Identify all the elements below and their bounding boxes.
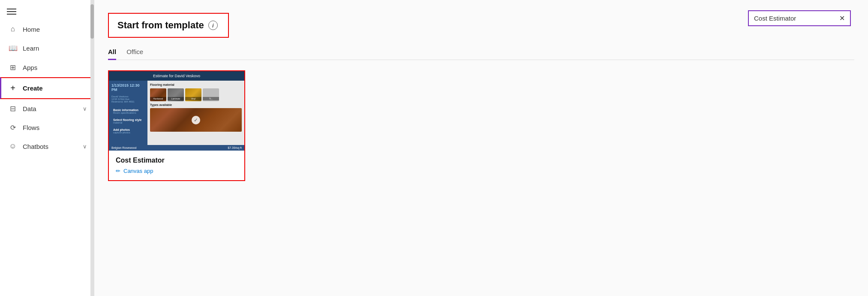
tab-all[interactable]: All xyxy=(108,48,116,60)
mockup-sidebar: 1/13/2015 12:30 PM David Veskovo1234 123… xyxy=(109,81,147,145)
checkmark-icon: ✓ xyxy=(192,116,200,124)
sidebar-item-apps[interactable]: ⊞ Apps xyxy=(0,58,94,77)
flooring-tiles: Hardwood Laminate Vinyl Ti... xyxy=(150,88,242,101)
card-title: Cost Estimator xyxy=(116,157,237,164)
card-body: Cost Estimator ✏ Canvas app xyxy=(109,151,244,180)
main-content: ✕ Start from template i All Office Estim… xyxy=(94,0,868,296)
mockup-sidebar-flooring: Select flooring style material xyxy=(111,117,145,125)
data-chevron-icon: ∨ xyxy=(83,106,87,112)
sidebar-item-flows-label: Flows xyxy=(23,124,39,131)
card-image-cost-estimator: Estimate for David Veskovo 1/13/2015 12:… xyxy=(109,71,244,151)
info-icon-label: i xyxy=(212,22,214,29)
chatbots-chevron-icon: ∨ xyxy=(83,143,87,150)
flows-icon: ⟳ xyxy=(8,124,18,132)
chatbots-icon: ☺ xyxy=(8,142,18,151)
apps-icon: ⊞ xyxy=(8,63,18,72)
mockup-date: 1/13/2015 12:30 PM xyxy=(111,83,145,92)
section-title: Start from template xyxy=(117,20,204,31)
sidebar-item-chatbots[interactable]: ☺ Chatbots ∨ xyxy=(0,137,94,156)
card-type: Canvas app xyxy=(123,168,153,174)
home-icon: ⌂ xyxy=(8,25,18,33)
search-input[interactable] xyxy=(754,15,836,22)
mockup-floor-large: ✓ xyxy=(150,108,242,132)
sidebar-item-create[interactable]: + Create xyxy=(0,77,94,99)
tab-office[interactable]: Office xyxy=(126,48,143,60)
mockup-body: 1/13/2015 12:30 PM David Veskovo1234 123… xyxy=(109,81,244,145)
sidebar-item-home[interactable]: ⌂ Home xyxy=(0,20,94,39)
sidebar-item-data[interactable]: ⊟ Data ∨ xyxy=(0,99,94,118)
tile-laminate: Laminate xyxy=(168,88,184,101)
tile-vinyl: Vinyl xyxy=(185,88,201,101)
mockup-sidebar-photos: Add photos capture photos xyxy=(111,127,145,135)
search-box-container: ✕ xyxy=(748,10,851,26)
sidebar-item-learn[interactable]: 📖 Learn xyxy=(0,39,94,58)
sidebar-item-flows[interactable]: ⟳ Flows xyxy=(0,118,94,137)
hamburger-menu[interactable] xyxy=(0,0,94,20)
tile-hardwood: Hardwood xyxy=(150,88,166,101)
learn-icon: 📖 xyxy=(8,44,18,53)
cards-grid: Estimate for David Veskovo 1/13/2015 12:… xyxy=(108,70,854,181)
create-icon: + xyxy=(8,83,18,93)
mockup-content: Flooring material Hardwood Laminate Viny… xyxy=(147,81,244,145)
sidebar: ⌂ Home 📖 Learn ⊞ Apps + Create ⊟ Data ∨ … xyxy=(0,0,94,296)
sidebar-item-learn-label: Learn xyxy=(23,45,39,52)
search-clear-button[interactable]: ✕ xyxy=(839,15,845,22)
sidebar-item-apps-label: Apps xyxy=(23,64,37,71)
sidebar-item-home-label: Home xyxy=(23,26,40,33)
tile-extra: Ti... xyxy=(203,88,219,101)
card-meta: ✏ Canvas app xyxy=(116,168,237,174)
mockup-header: Estimate for David Veskovo xyxy=(109,71,244,81)
sidebar-item-chatbots-label: Chatbots xyxy=(23,143,48,150)
mockup-sidebar-basic: Basic information Room specifications xyxy=(111,107,145,115)
tabs-bar: All Office xyxy=(108,48,854,60)
info-icon[interactable]: i xyxy=(208,21,218,30)
pencil-icon: ✏ xyxy=(116,168,120,174)
sidebar-item-create-label: Create xyxy=(23,85,43,92)
data-icon: ⊟ xyxy=(8,104,18,113)
app-mockup: Estimate for David Veskovo 1/13/2015 12:… xyxy=(109,71,244,151)
sidebar-scrollthumb[interactable] xyxy=(90,4,94,39)
mockup-address: David Veskovo1234 123rd AveRedmond, WA 4… xyxy=(111,95,145,103)
sidebar-scrollbar[interactable] xyxy=(90,0,94,296)
search-box: ✕ xyxy=(748,10,851,26)
template-card-cost-estimator[interactable]: Estimate for David Veskovo 1/13/2015 12:… xyxy=(108,70,245,181)
sidebar-item-data-label: Data xyxy=(23,105,36,112)
mockup-price-bar: Belgian Rosewood $7.39/sq ft xyxy=(109,145,244,151)
section-title-box: Start from template i xyxy=(108,13,229,38)
